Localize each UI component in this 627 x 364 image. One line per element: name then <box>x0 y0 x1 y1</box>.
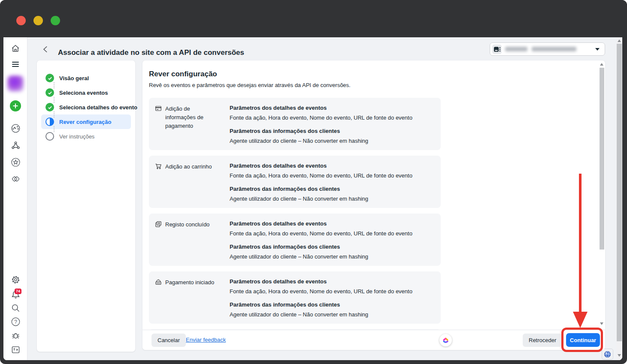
event-name: Registo concluído <box>165 220 219 260</box>
event-name: Pagamento iniciado <box>165 278 219 318</box>
step-seleciona-detalhes[interactable]: Seleciona detalhes do evento <box>41 100 131 114</box>
pixel-icon <box>492 45 502 54</box>
event-params-value: Fonte da ação, Hora do evento, Nome do e… <box>230 172 412 179</box>
send-feedback-link[interactable]: Enviar feedback <box>186 337 226 343</box>
customer-params-value: Agente utilizador do cliente – Não conve… <box>230 196 412 202</box>
payment-info-icon <box>155 105 162 112</box>
customer-params-title: Parâmetros das informações dos clientes <box>230 186 412 192</box>
event-card: Pagamento iniciado Parâmetros dos detalh… <box>149 271 441 324</box>
customer-params-value: Agente utilizador do cliente – Não conve… <box>230 253 412 260</box>
zoom-window-button[interactable] <box>51 16 60 25</box>
event-name: Adição de informações de pagamento <box>165 105 219 144</box>
step-ver-instrucoes[interactable]: Ver instruções <box>41 129 131 144</box>
wizard-footer-bar: Cancelar Enviar feedback Retroceder Cont… <box>142 330 605 350</box>
chevron-down-icon <box>595 48 600 51</box>
step-half-progress-icon <box>45 117 54 126</box>
event-params-title: Parâmetros dos detalhes de eventos <box>230 105 412 111</box>
step-connector <box>54 97 55 103</box>
window-scrollbar[interactable] <box>616 37 622 360</box>
event-params-title: Parâmetros dos detalhes de eventos <box>230 278 412 285</box>
step-label: Seleciona detalhes do evento <box>59 104 137 111</box>
back-step-button[interactable]: Retroceder <box>523 334 562 347</box>
profile-avatar[interactable] <box>7 75 24 92</box>
handshake-icon[interactable] <box>10 174 21 184</box>
cancel-button[interactable]: Cancelar <box>151 334 186 347</box>
step-visao-geral[interactable]: Visão geral <box>41 71 131 85</box>
customer-params-value: Agente utilizador do cliente – Não conve… <box>230 311 412 318</box>
step-connector <box>54 126 55 132</box>
checkout-initiated-icon <box>155 279 162 286</box>
step-rever-configuracao[interactable]: Rever configuração <box>41 114 131 129</box>
minimize-window-button[interactable] <box>33 16 43 25</box>
back-chevron-icon[interactable] <box>41 45 51 54</box>
menu-icon[interactable] <box>10 59 21 69</box>
event-params-title: Parâmetros dos detalhes de eventos <box>230 162 412 169</box>
browser-content: 74 ? Associar a atividade no site com a … <box>3 37 622 360</box>
customer-params-title: Parâmetros das informações dos clientes <box>230 244 412 250</box>
event-card: Adição ao carrinho Parâmetros dos detalh… <box>149 156 441 208</box>
help-icon[interactable]: ? <box>10 316 21 327</box>
step-check-icon <box>45 74 54 82</box>
customer-params-title: Parâmetros das informações dos clientes <box>230 301 412 308</box>
step-label: Visão geral <box>59 75 89 81</box>
scroll-up-icon[interactable] <box>618 39 621 42</box>
step-seleciona-eventos[interactable]: Seleciona eventos <box>41 85 131 100</box>
step-connector <box>54 111 55 117</box>
event-card: Registo concluído Parâmetros dos detalhe… <box>149 214 441 266</box>
left-icon-rail: 74 ? <box>3 37 27 360</box>
page-title: Associar a atividade no site com a API d… <box>58 48 244 57</box>
scroll-down-icon[interactable] <box>600 322 603 325</box>
app-window: 74 ? Associar a atividade no site com a … <box>0 0 627 364</box>
window-titlebar <box>0 0 627 37</box>
create-plus-icon[interactable] <box>10 100 21 111</box>
clickup-widget-icon[interactable] <box>439 334 452 346</box>
content-scrollbar[interactable] <box>599 62 605 329</box>
redacted-account-name <box>505 47 527 51</box>
event-params-title: Parâmetros dos detalhes de eventos <box>230 220 412 227</box>
svg-text:?: ? <box>14 319 17 325</box>
scrollbar-thumb[interactable] <box>600 68 604 250</box>
star-icon[interactable] <box>10 157 21 167</box>
registration-complete-icon <box>155 221 162 228</box>
section-subheading: Revê os eventos e parâmetros que desejas… <box>149 82 605 88</box>
event-params-value: Fonte da ação, Hora do evento, Nome do e… <box>230 114 412 121</box>
network-icon[interactable] <box>10 140 21 150</box>
step-label: Seleciona eventos <box>59 90 108 96</box>
search-icon[interactable] <box>10 303 21 313</box>
scroll-down-icon[interactable] <box>618 354 621 357</box>
bug-icon[interactable] <box>10 330 21 340</box>
step-empty-icon <box>45 132 54 141</box>
review-configuration-panel: Rever configuração Revê os eventos e par… <box>142 60 606 350</box>
close-window-button[interactable] <box>16 16 26 25</box>
customer-params-title: Parâmetros das informações dos clientes <box>230 128 412 134</box>
redacted-account-id <box>532 47 576 51</box>
notification-badge: 74 <box>15 289 21 294</box>
scrollbar-thumb[interactable] <box>617 44 622 341</box>
continue-button[interactable]: Continuar <box>566 333 600 347</box>
step-label: Ver instruções <box>59 133 94 140</box>
account-selector-dropdown[interactable] <box>490 42 605 56</box>
event-params-value: Fonte da ação, Hora do evento, Nome do e… <box>230 288 412 295</box>
step-check-icon <box>45 103 54 111</box>
globe-icon[interactable] <box>602 349 613 360</box>
event-name: Adição ao carrinho <box>165 162 219 202</box>
customer-params-value: Agente utilizador do cliente – Não conve… <box>230 138 412 144</box>
event-params-value: Fonte da ação, Hora do evento, Nome do e… <box>230 230 412 237</box>
event-card: Adição de informações de pagamento Parâm… <box>149 98 441 150</box>
step-label: Rever configuração <box>59 119 111 125</box>
gear-icon[interactable] <box>10 274 21 285</box>
step-check-icon <box>45 88 54 97</box>
panel-toggle-icon[interactable] <box>10 344 21 355</box>
home-icon[interactable] <box>10 43 21 54</box>
step-connector <box>54 82 55 88</box>
wizard-steps-panel: Visão geral Seleciona eventos Seleciona … <box>36 60 136 352</box>
scroll-up-icon[interactable] <box>600 63 603 66</box>
add-to-cart-icon <box>155 163 162 170</box>
gauge-icon[interactable] <box>10 123 21 133</box>
section-heading: Rever configuração <box>149 70 605 78</box>
